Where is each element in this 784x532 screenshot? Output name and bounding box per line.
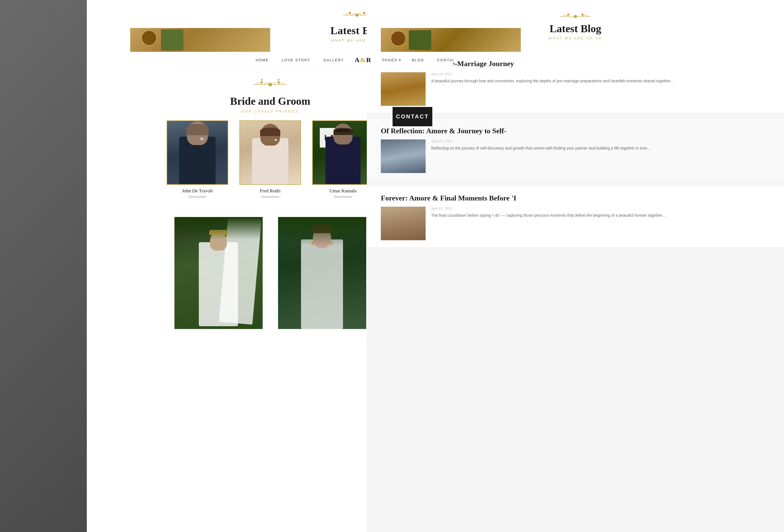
- svg-point-15: [582, 14, 583, 16]
- person-card-bride2: [274, 217, 370, 329]
- contact-button-overlay[interactable]: CONTACT: [393, 107, 432, 126]
- nav-item-love-story[interactable]: LOVE STORY: [279, 57, 313, 63]
- right-panel: Latest Blog WHAT WE ARE UP TO Embrace: A…: [367, 0, 784, 532]
- blog-thumb-3: [381, 207, 426, 240]
- person-name-john: John De Travolt: [182, 188, 213, 194]
- person-card-umar: LA Umar Kumala Gromsmen: [310, 120, 376, 199]
- nav-item-home[interactable]: HOME: [253, 57, 271, 63]
- person-role-fred: Gromsmen: [261, 195, 279, 199]
- blog-post-3: Forever: Amore & Final Moments Before 'I…: [367, 186, 784, 248]
- svg-point-13: [574, 15, 577, 18]
- blog-post-2-title: Of Reflection: Amore & Journey to Self-: [381, 126, 770, 136]
- person-card-fred: Fred Rodri Gromsmen: [237, 120, 303, 199]
- nav-logo[interactable]: A&R: [355, 56, 371, 64]
- person-image-fred: [240, 120, 301, 185]
- blog-post-1-excerpt: April 18, 2023 A beautiful journey throu…: [431, 72, 674, 106]
- person-card-bride1: [171, 217, 266, 329]
- person-name-fred: Fred Rodri: [260, 188, 281, 194]
- svg-point-14: [567, 14, 569, 16]
- section-title: Bride and Groom: [230, 95, 310, 107]
- blog-post-3-excerpt: April 12, 2023 The final countdown befor…: [431, 207, 666, 240]
- blog-post-2-date: April 15, 2023: [431, 139, 650, 143]
- nav-item-gallery[interactable]: GALLERY: [321, 57, 346, 63]
- navbar: HOME LOVE STORY GALLERY A&R PAGES ▼ BLOG…: [174, 52, 454, 68]
- right-blog-title: Latest Blog: [550, 22, 601, 35]
- blog-image-partial: [130, 28, 270, 52]
- person-image-umar: LA: [312, 120, 374, 185]
- svg-point-11: [278, 79, 279, 80]
- contact-button-label: CONTACT: [396, 113, 429, 120]
- nav-item-pages[interactable]: PAGES ▼: [380, 57, 401, 63]
- nav-pages-label: PAGES: [380, 57, 397, 63]
- blog-thumb-1: [381, 72, 426, 106]
- chevron-down-icon: ▼: [398, 58, 401, 62]
- person-role-john: Gromsmen: [189, 195, 206, 199]
- blog-post-1-date: April 18, 2023: [431, 72, 674, 76]
- person-card-john: John De Travolt Gromsmen: [165, 120, 230, 199]
- right-floral-icon: [559, 11, 592, 22]
- blog-post-3-date: April 12, 2023: [431, 207, 666, 211]
- person-image-bride2: [278, 217, 366, 329]
- blog-post-3-title: Forever: Amore & Final Moments Before 'I: [381, 193, 770, 203]
- nav-item-contact[interactable]: CONTACT: [435, 57, 454, 63]
- blog-thumb-2: [381, 139, 426, 173]
- left-panel: [0, 0, 87, 532]
- person-name-umar: Umar Kumala: [330, 188, 357, 194]
- blog-thumb-top-right: [381, 28, 521, 52]
- person-role-umar: Gromsmen: [334, 195, 352, 199]
- right-blog-subtitle: WHAT WE ARE UP TO: [549, 36, 602, 40]
- nav-item-blog[interactable]: BLOG: [410, 57, 426, 63]
- blog-post-2-excerpt: April 15, 2023 Reflecting on the journey…: [431, 139, 650, 173]
- person-image-john: [167, 120, 228, 185]
- section-floral-icon: [252, 78, 288, 92]
- blog-post-2: Of Reflection: Amore & Journey to Self- …: [367, 119, 784, 180]
- svg-point-10: [261, 79, 262, 80]
- section-subtitle: OUR LOVELY FRIENDS: [242, 110, 299, 113]
- person-image-bride1: [174, 217, 263, 329]
